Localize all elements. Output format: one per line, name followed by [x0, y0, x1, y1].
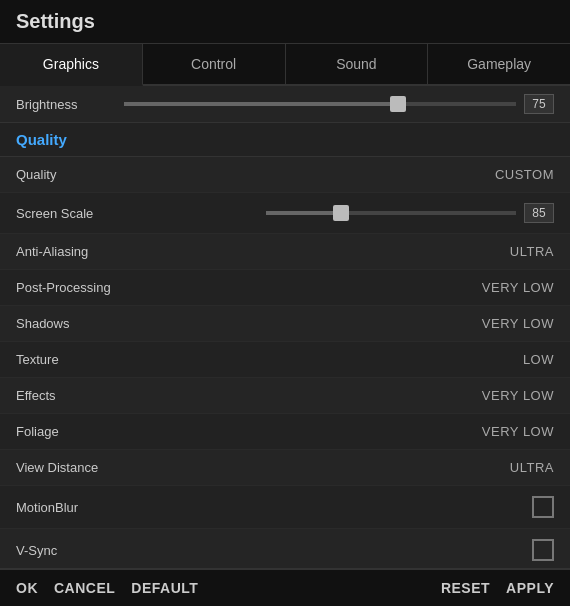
- setting-value-2[interactable]: ULTRA: [510, 244, 554, 259]
- table-row: Foliage VERY LOW: [0, 414, 570, 450]
- settings-list: Quality CUSTOM Screen Scale 85 Anti-Alia…: [0, 157, 570, 568]
- table-row: V-Sync: [0, 529, 570, 568]
- table-row: Quality CUSTOM: [0, 157, 570, 193]
- brightness-label: Brightness: [16, 97, 116, 112]
- setting-name-8: View Distance: [16, 460, 510, 475]
- apply-button[interactable]: APPLY: [506, 580, 554, 596]
- ok-button[interactable]: OK: [16, 580, 38, 596]
- setting-name-10: V-Sync: [16, 543, 532, 558]
- setting-name-5: Texture: [16, 352, 523, 367]
- setting-name-2: Anti-Aliasing: [16, 244, 510, 259]
- brightness-value: 75: [524, 94, 554, 114]
- settings-content: Brightness 75 Quality Quality CUSTOM Scr…: [0, 86, 570, 568]
- cancel-button[interactable]: CANCEL: [54, 580, 115, 596]
- window-title: Settings: [16, 10, 95, 32]
- tab-bar: Graphics Control Sound Gameplay: [0, 44, 570, 86]
- footer: OK CANCEL DEFAULT RESET APPLY: [0, 568, 570, 606]
- setting-name-7: Foliage: [16, 424, 482, 439]
- tab-sound[interactable]: Sound: [286, 44, 429, 84]
- table-row: MotionBlur: [0, 486, 570, 529]
- quality-section-title: Quality: [16, 131, 67, 148]
- setting-value-4[interactable]: VERY LOW: [482, 316, 554, 331]
- setting-name-0: Quality: [16, 167, 495, 182]
- setting-value-7[interactable]: VERY LOW: [482, 424, 554, 439]
- setting-name-1: Screen Scale: [16, 206, 266, 221]
- checkbox-10[interactable]: [532, 539, 554, 561]
- table-row: Screen Scale 85: [0, 193, 570, 234]
- table-row: Effects VERY LOW: [0, 378, 570, 414]
- table-row: Anti-Aliasing ULTRA: [0, 234, 570, 270]
- setting-name-9: MotionBlur: [16, 500, 532, 515]
- checkbox-9[interactable]: [532, 496, 554, 518]
- setting-value-5[interactable]: LOW: [523, 352, 554, 367]
- title-bar: Settings: [0, 0, 570, 44]
- setting-name-3: Post-Processing: [16, 280, 482, 295]
- setting-value-3[interactable]: VERY LOW: [482, 280, 554, 295]
- default-button[interactable]: DEFAULT: [131, 580, 198, 596]
- footer-right: RESET APPLY: [441, 580, 554, 596]
- setting-value-8[interactable]: ULTRA: [510, 460, 554, 475]
- reset-button[interactable]: RESET: [441, 580, 490, 596]
- table-row: Post-Processing VERY LOW: [0, 270, 570, 306]
- setting-value-6[interactable]: VERY LOW: [482, 388, 554, 403]
- tab-graphics[interactable]: Graphics: [0, 44, 143, 86]
- scale-slider[interactable]: [266, 211, 516, 215]
- setting-value-1: 85: [524, 203, 554, 223]
- brightness-slider[interactable]: [124, 102, 516, 106]
- table-row: View Distance ULTRA: [0, 450, 570, 486]
- quality-section-header: Quality: [0, 123, 570, 157]
- settings-window: Settings Graphics Control Sound Gameplay…: [0, 0, 570, 606]
- table-row: Shadows VERY LOW: [0, 306, 570, 342]
- setting-name-4: Shadows: [16, 316, 482, 331]
- table-row: Texture LOW: [0, 342, 570, 378]
- tab-control[interactable]: Control: [143, 44, 286, 84]
- setting-value-0[interactable]: CUSTOM: [495, 167, 554, 182]
- tab-gameplay[interactable]: Gameplay: [428, 44, 570, 84]
- setting-name-6: Effects: [16, 388, 482, 403]
- footer-left: OK CANCEL DEFAULT: [16, 580, 198, 596]
- brightness-row: Brightness 75: [0, 86, 570, 123]
